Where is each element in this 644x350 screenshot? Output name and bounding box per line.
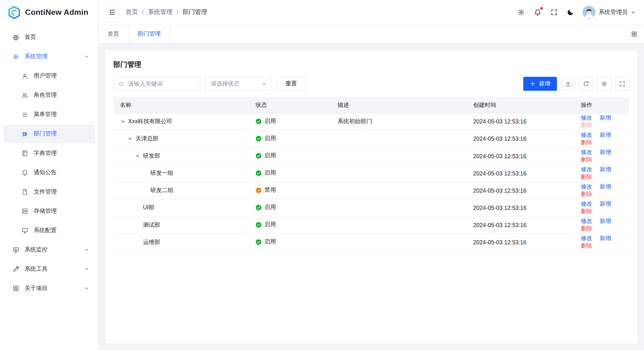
col-header-status: 状态 — [249, 97, 331, 113]
sidebar-item-label: 首页 — [25, 34, 36, 41]
logo[interactable]: ContiNew Admin — [0, 0, 98, 25]
delete-link[interactable]: 删除 — [581, 242, 592, 249]
tab-home[interactable]: 首页 — [99, 25, 129, 43]
dept-desc — [331, 216, 466, 234]
sidebar-collapse-icon[interactable] — [106, 6, 118, 18]
collapse-row-icon[interactable] — [127, 136, 133, 142]
dept-created-time: 2024-05-03 12:53:16 — [466, 130, 574, 148]
dept-name: 测试部 — [143, 221, 160, 229]
status-enabled-icon — [255, 205, 262, 211]
add-child-link[interactable]: 新增 — [599, 166, 611, 172]
sidebar-item-system-config[interactable]: 系统配置 — [3, 221, 95, 240]
table-row: 研发部 启用 2024-05-03 12:53:16 修改 — [113, 148, 629, 165]
status-select[interactable]: 请选择状态 — [205, 77, 272, 91]
app-title: ContiNew Admin — [25, 8, 88, 17]
sidebar-item-system-management[interactable]: 系统管理 — [3, 47, 95, 66]
refresh-icon[interactable] — [579, 77, 593, 91]
delete-link[interactable]: 删除 — [581, 139, 592, 145]
table-row: Xxx科技有限公司 启用 系统初始部门 2024-05-03 12:53:16 … — [113, 113, 629, 130]
sidebar-item-label: 字典管理 — [34, 150, 56, 157]
gear-icon — [12, 53, 19, 60]
delete-link[interactable]: 删除 — [581, 156, 592, 163]
delete-link[interactable]: 删除 — [581, 191, 592, 197]
table-header-row: 名称 状态 描述 创建时间 操作 — [113, 97, 629, 113]
edit-link[interactable]: 修改 — [581, 235, 592, 241]
delete-link[interactable]: 删除 — [581, 225, 592, 232]
sidebar-item-notifications[interactable]: 通知公告 — [3, 164, 95, 182]
bell-icon — [21, 169, 29, 176]
add-child-link[interactable]: 新增 — [599, 114, 611, 121]
add-child-link[interactable]: 新增 — [599, 200, 611, 207]
sidebar-item-role-management[interactable]: 角色管理 — [3, 86, 95, 104]
edit-link[interactable]: 修改 — [581, 218, 592, 224]
notification-bell-icon[interactable] — [533, 8, 542, 17]
fullscreen-icon[interactable] — [550, 8, 558, 17]
search-input[interactable] — [127, 80, 196, 88]
reset-button[interactable]: 重置 — [277, 77, 306, 91]
sidebar-item-system-monitoring[interactable]: 系统监控 — [3, 241, 95, 259]
header-actions: 系统管理员 — [517, 6, 636, 19]
breadcrumb-home[interactable]: 首页 — [126, 8, 138, 16]
delete-link[interactable]: 删除 — [581, 208, 592, 214]
sidebar: ContiNew Admin 首页 系统管理 — [0, 0, 99, 350]
col-header-ops: 操作 — [574, 97, 629, 113]
dept-created-time: 2024-05-03 12:53:16 — [466, 216, 574, 234]
add-child-link[interactable]: 新增 — [599, 183, 611, 190]
dept-name: 研发二组 — [150, 187, 173, 194]
edit-link[interactable]: 修改 — [581, 183, 592, 190]
sidebar-item-department-management[interactable]: 部门管理 — [3, 125, 95, 143]
dept-desc — [331, 165, 466, 182]
table-fullscreen-icon[interactable] — [615, 77, 629, 91]
page-title: 部门管理 — [113, 60, 629, 69]
dept-desc — [331, 234, 466, 251]
column-settings-gear-icon[interactable] — [597, 77, 611, 91]
add-child-link[interactable]: 新增 — [599, 149, 611, 155]
dept-desc — [331, 199, 466, 216]
sidebar-item-system-tools[interactable]: 系统工具 — [3, 260, 95, 278]
status-enabled-icon — [255, 222, 262, 228]
dark-mode-moon-icon[interactable] — [566, 8, 575, 17]
export-download-icon[interactable] — [561, 77, 575, 91]
add-button[interactable]: 新增 — [523, 77, 557, 91]
toolbar-right-group: 新增 — [523, 77, 629, 91]
add-child-link[interactable]: 新增 — [599, 132, 611, 138]
monitor-icon — [12, 246, 19, 253]
department-card: 部门管理 请选择状态 重置 — [105, 50, 637, 343]
tab-grid-icon[interactable] — [631, 31, 637, 37]
tab-actions — [631, 25, 644, 43]
sidebar-item-label: 部门管理 — [34, 130, 56, 138]
user-menu[interactable]: 系统管理员 — [583, 6, 636, 19]
sidebar-item-about-project[interactable]: 关于项目 — [3, 279, 95, 297]
edit-link[interactable]: 修改 — [581, 200, 592, 207]
sidebar-item-storage-management[interactable]: 存储管理 — [3, 202, 95, 220]
dept-name: 运维部 — [143, 239, 160, 246]
delete-link[interactable]: 删除 — [581, 173, 592, 180]
dept-name: Xxx科技有限公司 — [128, 118, 172, 125]
avatar — [583, 6, 596, 19]
dept-desc — [331, 148, 466, 165]
table-row: 研发一组 启用 2024-05-03 12:53:16 修改 — [113, 165, 629, 182]
add-child-link[interactable]: 新增 — [599, 235, 611, 241]
sidebar-item-dictionary-management[interactable]: 字典管理 — [3, 144, 95, 162]
status-label: 禁用 — [265, 186, 276, 194]
sidebar-item-user-management[interactable]: 用户管理 — [3, 67, 95, 85]
sidebar-item-file-management[interactable]: 文件管理 — [3, 183, 95, 201]
edit-link[interactable]: 修改 — [581, 114, 592, 121]
add-child-link[interactable]: 新增 — [599, 218, 611, 224]
tab-department-management[interactable]: 部门管理 — [129, 25, 170, 43]
edit-link[interactable]: 修改 — [581, 166, 592, 172]
wrench-icon — [12, 265, 19, 273]
sidebar-item-label: 用户管理 — [34, 72, 56, 80]
home-icon — [12, 34, 19, 41]
collapse-row-icon[interactable] — [120, 119, 126, 124]
user-icon — [21, 72, 29, 80]
dept-desc — [331, 130, 466, 148]
collapse-row-icon[interactable] — [135, 153, 140, 159]
edit-link[interactable]: 修改 — [581, 132, 592, 138]
menu-list-icon — [21, 111, 29, 118]
breadcrumb-system-management[interactable]: 系统管理 — [148, 8, 173, 16]
sidebar-item-menu-management[interactable]: 菜单管理 — [3, 106, 95, 124]
sidebar-item-home[interactable]: 首页 — [3, 28, 95, 46]
settings-gear-icon[interactable] — [517, 8, 526, 17]
edit-link[interactable]: 修改 — [581, 149, 592, 155]
